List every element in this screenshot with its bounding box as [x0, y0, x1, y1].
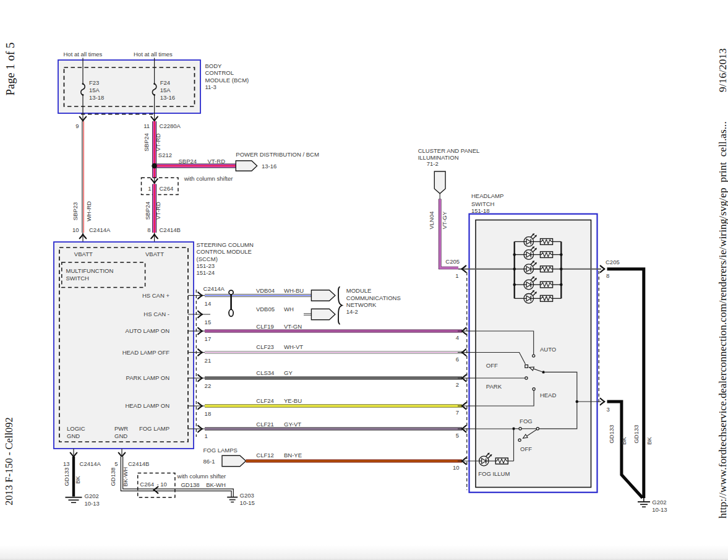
svg-text:21: 21: [205, 357, 212, 364]
svg-text:2: 2: [456, 381, 459, 388]
svg-text:VBATT: VBATT: [145, 251, 164, 257]
svg-text:GD138: GD138: [181, 481, 199, 488]
svg-text:C264: C264: [140, 481, 154, 488]
svg-text:11-3: 11-3: [205, 84, 216, 90]
svg-text:FOG ILLUM: FOG ILLUM: [478, 470, 510, 477]
svg-text:C2414B: C2414B: [128, 460, 149, 467]
svg-text:FOG LAMP: FOG LAMP: [139, 425, 169, 432]
svg-text:AUTO LAMP ON: AUTO LAMP ON: [126, 327, 170, 334]
svg-text:CLF23: CLF23: [256, 343, 274, 350]
svg-text:LOGIC: LOGIC: [67, 425, 85, 432]
svg-text:BK: BK: [646, 437, 653, 445]
svg-text:C264: C264: [160, 185, 174, 192]
svg-text:COMMUNICATIONS: COMMUNICATIONS: [346, 295, 401, 301]
svg-text:7: 7: [456, 409, 459, 416]
svg-text:http://www.fordtechservice.dea: http://www.fordtechservice.dealerconnect…: [716, 121, 728, 519]
svg-text:SWITCH: SWITCH: [66, 275, 90, 282]
svg-text:SBP24: SBP24: [144, 202, 151, 220]
svg-text:5: 5: [114, 460, 118, 467]
svg-text:MULTIFUNCTION: MULTIFUNCTION: [66, 267, 114, 274]
svg-text:C2414B: C2414B: [160, 226, 181, 233]
svg-text:15A: 15A: [89, 87, 100, 93]
svg-text:BK-WH: BK-WH: [122, 467, 129, 487]
svg-text:with column shifter: with column shifter: [184, 175, 233, 182]
svg-text:SBP24: SBP24: [143, 133, 150, 152]
svg-text:CLUSTER AND PANEL: CLUSTER AND PANEL: [418, 147, 480, 154]
svg-text:13-18: 13-18: [89, 94, 104, 101]
svg-text:10-13: 10-13: [652, 506, 667, 513]
svg-text:SBP23: SBP23: [72, 202, 79, 221]
svg-text:STEERING COLUMN: STEERING COLUMN: [197, 241, 254, 248]
svg-text:15A: 15A: [160, 87, 171, 93]
svg-text:POWER DISTRIBUTION / BCM: POWER DISTRIBUTION / BCM: [236, 151, 319, 158]
svg-text:BK: BK: [74, 476, 81, 484]
svg-text:10: 10: [72, 226, 79, 233]
svg-text:CLF24: CLF24: [256, 397, 274, 404]
svg-text:15: 15: [205, 319, 212, 325]
svg-text:VDB05: VDB05: [256, 306, 275, 312]
svg-text:with column shifter: with column shifter: [177, 473, 226, 480]
svg-text:14: 14: [205, 300, 212, 307]
svg-text:HEADLAMP: HEADLAMP: [471, 192, 503, 199]
svg-text:VT-RD: VT-RD: [208, 158, 226, 165]
svg-text:6: 6: [456, 356, 459, 363]
svg-text:18: 18: [205, 410, 212, 417]
svg-text:PARK: PARK: [486, 383, 502, 390]
svg-text:OFF: OFF: [520, 446, 532, 452]
svg-text:VT-GY: VT-GY: [441, 211, 448, 229]
svg-text:F24: F24: [160, 79, 170, 86]
svg-text:9/16/2013: 9/16/2013: [716, 48, 728, 92]
svg-text:GND: GND: [114, 433, 127, 439]
svg-text:GY: GY: [284, 369, 293, 376]
svg-text:GD133: GD133: [633, 424, 640, 443]
svg-text:C2280A: C2280A: [160, 123, 181, 129]
svg-text:FOG: FOG: [520, 418, 533, 424]
svg-text:13-16: 13-16: [262, 163, 276, 170]
svg-text:5: 5: [456, 432, 459, 439]
svg-text:BODY: BODY: [205, 62, 223, 69]
svg-text:GY-VT: GY-VT: [284, 421, 301, 428]
svg-text:C2414A: C2414A: [89, 226, 111, 233]
svg-text:8: 8: [147, 226, 150, 233]
svg-text:Hot at all times: Hot at all times: [134, 51, 173, 58]
svg-text:MODULE: MODULE: [346, 287, 372, 294]
svg-text:WH: WH: [284, 306, 294, 312]
svg-text:HEAD: HEAD: [540, 392, 557, 398]
svg-text:VT-RD: VT-RD: [155, 134, 161, 152]
svg-text:151-24: 151-24: [197, 269, 215, 276]
svg-text:C2414A: C2414A: [203, 285, 225, 292]
svg-text:HEAD LAMP ON: HEAD LAMP ON: [125, 402, 169, 409]
svg-text:11: 11: [143, 123, 150, 129]
svg-text:CONTROL: CONTROL: [205, 69, 234, 76]
svg-text:C205: C205: [606, 259, 620, 265]
svg-text:10: 10: [453, 464, 460, 471]
svg-text:F23: F23: [89, 79, 99, 86]
svg-text:SBP24: SBP24: [179, 158, 197, 165]
svg-text:BK: BK: [620, 437, 627, 445]
svg-text:151-23: 151-23: [197, 262, 215, 269]
svg-text:22: 22: [205, 382, 212, 389]
svg-text:C2414A: C2414A: [80, 460, 101, 467]
svg-text:1: 1: [455, 272, 458, 279]
svg-text:MODULE (BCM): MODULE (BCM): [205, 77, 249, 84]
svg-text:WH-RD: WH-RD: [85, 201, 92, 222]
svg-text:VBATT: VBATT: [74, 251, 93, 257]
svg-text:G202: G202: [85, 493, 99, 499]
svg-text:FOG LAMPS: FOG LAMPS: [203, 447, 238, 454]
svg-text:HS CAN -: HS CAN -: [143, 311, 169, 317]
svg-text:CLS34: CLS34: [256, 369, 274, 376]
svg-text:GD133: GD133: [608, 424, 615, 443]
svg-text:1: 1: [148, 185, 151, 192]
svg-text:8: 8: [606, 272, 609, 279]
svg-text:BN-YE: BN-YE: [284, 452, 302, 459]
svg-text:VT-GN: VT-GN: [284, 323, 302, 330]
svg-text:14-2: 14-2: [346, 308, 358, 315]
svg-text:PARK LAMP ON: PARK LAMP ON: [126, 374, 170, 381]
svg-text:CLF19: CLF19: [256, 323, 274, 330]
svg-text:HS CAN +: HS CAN +: [142, 292, 170, 299]
svg-text:71-2: 71-2: [427, 160, 439, 167]
svg-text:S212: S212: [158, 152, 172, 158]
svg-text:G203: G203: [240, 492, 254, 499]
svg-text:GND: GND: [67, 433, 80, 439]
svg-text:OFF: OFF: [486, 362, 498, 369]
